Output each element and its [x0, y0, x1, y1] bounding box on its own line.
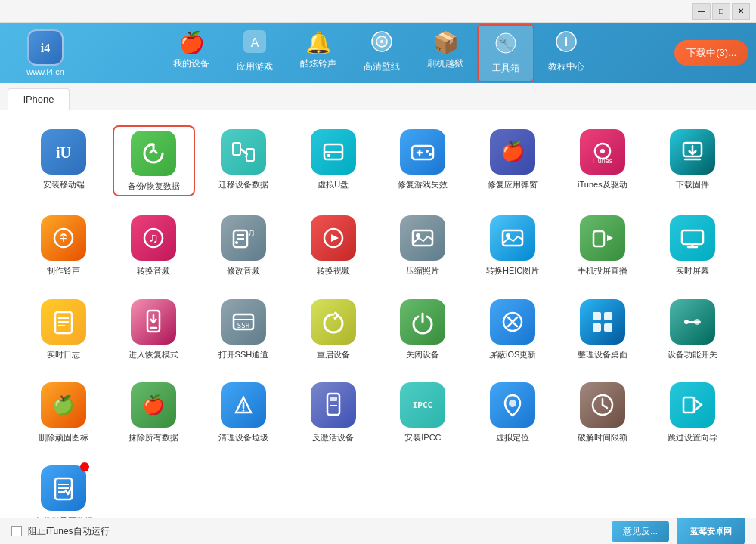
tool-delete-stubborn[interactable]: 🍏删除顽固图标 [23, 379, 105, 447]
tool-realtime-log[interactable]: 实时日志 [23, 295, 105, 363]
block-ios-update-label: 屏蔽iOS更新 [489, 349, 536, 360]
tool-erase-all[interactable]: 🍎抹除所有数据 [113, 379, 195, 447]
tool-organize-desktop[interactable]: 整理设备桌面 [562, 295, 644, 363]
svg-point-23 [429, 153, 432, 156]
deactivate-label: 反激活设备 [312, 432, 354, 443]
tool-convert-video[interactable]: 转换视频 [292, 212, 374, 280]
svg-rect-48 [682, 230, 703, 244]
svg-marker-47 [607, 235, 613, 241]
tool-fake-location[interactable]: 虚拟定位 [472, 379, 554, 447]
break-time-icon [580, 382, 625, 428]
restart-device-icon [311, 299, 356, 345]
tool-backup-guide[interactable]: 备份引导区数据 [23, 462, 105, 518]
nav-item-ringtone[interactable]: 🔔 酷炫铃声 [287, 24, 350, 82]
migrate-data-icon [221, 129, 266, 175]
convert-audio-label: 转换音频 [137, 265, 170, 276]
tool-block-ios-update[interactable]: 屏蔽iOS更新 [472, 295, 554, 363]
fake-location-icon [490, 382, 535, 428]
svg-text:🔧: 🔧 [498, 36, 513, 51]
tool-recovery-mode[interactable]: 进入恢复模式 [113, 295, 195, 363]
fix-popup-icon: 🍎 [490, 129, 535, 175]
svg-marker-41 [331, 234, 339, 242]
tool-skip-setup[interactable]: 跳过设置向导 [651, 379, 733, 447]
tool-screen-cast[interactable]: 手机投屏直播 [562, 212, 644, 280]
tool-fix-popup[interactable]: 🍎修复应用弹窗 [472, 125, 554, 196]
maximize-btn[interactable]: □ [712, 3, 730, 20]
fake-location-label: 虚拟定位 [496, 432, 529, 443]
corner-logo: 蓝莓安卓网 [677, 518, 745, 545]
nav-label-jailbreak: 刷机越狱 [427, 57, 463, 70]
skip-setup-label: 跳过设置向导 [668, 432, 717, 443]
nav-label-tools: 工具箱 [492, 62, 519, 75]
tool-restart-device[interactable]: 重启设备 [292, 295, 374, 363]
compress-photo-icon [400, 215, 445, 261]
deactivate-icon [311, 382, 356, 428]
tool-migrate-data[interactable]: 迁移设备数据 [203, 125, 285, 196]
backup-guide-label: 备份引导区数据 [35, 515, 93, 518]
svg-point-74 [242, 409, 244, 411]
nav-label-app-game: 应用游戏 [237, 60, 273, 73]
skip-setup-icon [670, 382, 715, 428]
make-ringtone-label: 制作铃声 [47, 265, 80, 276]
tool-break-time[interactable]: 破解时间限额 [562, 379, 644, 447]
svg-text:i4: i4 [41, 42, 50, 54]
backup-restore-icon [131, 131, 176, 176]
svg-rect-63 [593, 312, 601, 320]
close-btn[interactable]: ✕ [732, 3, 750, 20]
tool-itunes-driver[interactable]: iTunesiTunes及驱动 [562, 125, 644, 196]
nav-item-tools[interactable]: 🔧 工具箱 [477, 24, 534, 82]
appstore-icon: A [243, 30, 266, 58]
svg-rect-65 [593, 323, 601, 332]
svg-point-79 [509, 400, 516, 407]
tool-clean-junk[interactable]: 清理设备垃圾 [203, 379, 285, 447]
screen-cast-label: 手机投屏直播 [578, 265, 627, 276]
window-controls: — □ ✕ [692, 3, 750, 20]
tool-make-ringtone[interactable]: +制作铃声 [23, 212, 105, 280]
tool-edit-audio[interactable]: ♫修改音频 [203, 212, 285, 280]
tool-shutdown-device[interactable]: 关闭设备 [382, 295, 464, 363]
itunes-driver-label: iTunes及驱动 [578, 179, 627, 190]
edit-audio-icon: ♫ [221, 215, 266, 261]
tool-install-mobile[interactable]: iU安装移动端 [23, 125, 105, 196]
minimize-btn[interactable]: — [692, 3, 711, 20]
tool-compress-photo[interactable]: 压缩照片 [382, 212, 464, 280]
bell-icon: 🔔 [305, 30, 332, 55]
tool-realtime-screen[interactable]: 实时屏幕 [651, 212, 733, 280]
edit-audio-label: 修改音频 [227, 265, 260, 276]
tool-convert-audio[interactable]: ♫转换音频 [113, 212, 195, 280]
download-firmware-icon [670, 129, 715, 175]
nav-item-app-game[interactable]: A 应用游戏 [223, 24, 287, 82]
tool-device-features[interactable]: 设备功能开关 [651, 295, 733, 363]
tool-download-firmware[interactable]: 下载固件 [651, 125, 733, 196]
tool-backup-restore[interactable]: 备份/恢复数据 [113, 125, 195, 196]
nav-item-wallpaper[interactable]: 高清壁纸 [350, 24, 414, 82]
download-button[interactable]: 下载中(3)... [674, 40, 748, 66]
itunes-checkbox[interactable] [11, 526, 22, 536]
tab-iphone[interactable]: iPhone [8, 88, 70, 110]
tool-convert-heic[interactable]: 转换HEIC图片 [472, 212, 554, 280]
tool-install-ipcc[interactable]: IPCC安装IPCC [382, 379, 464, 447]
restart-device-label: 重启设备 [317, 349, 350, 360]
device-features-icon [670, 299, 715, 345]
delete-stubborn-icon: 🍏 [41, 382, 86, 428]
svg-rect-46 [593, 231, 604, 246]
title-bar: — □ ✕ [0, 0, 756, 23]
tool-deactivate[interactable]: 反激活设备 [292, 379, 374, 447]
nav-item-jailbreak[interactable]: 📦 刷机越狱 [414, 24, 477, 82]
svg-line-85 [696, 405, 702, 410]
feedback-button[interactable]: 意见反... [612, 521, 669, 542]
nav-label-wallpaper: 高清壁纸 [364, 60, 400, 73]
nav-item-tutorial[interactable]: i 教程中心 [534, 24, 598, 82]
tool-virtual-udisk[interactable]: 虚拟U盘 [292, 125, 374, 196]
logo-subtitle: www.i4.cn [26, 67, 64, 76]
svg-text:SSH: SSH [237, 322, 249, 329]
nav-item-my-device[interactable]: 🍎 我的设备 [160, 24, 223, 82]
tool-fix-game[interactable]: 修复游戏失效 [382, 125, 464, 196]
nav-label-tutorial: 教程中心 [548, 60, 584, 73]
make-ringtone-icon: + [41, 215, 86, 261]
recovery-mode-icon [131, 299, 176, 345]
status-bar: 阻止iTunes自动运行 意见反... 蓝莓安卓网 [0, 518, 756, 544]
tool-ssh-tunnel[interactable]: SSH打开SSH通道 [203, 295, 285, 363]
tab-bar: iPhone [0, 83, 756, 110]
virtual-udisk-icon [311, 129, 356, 175]
